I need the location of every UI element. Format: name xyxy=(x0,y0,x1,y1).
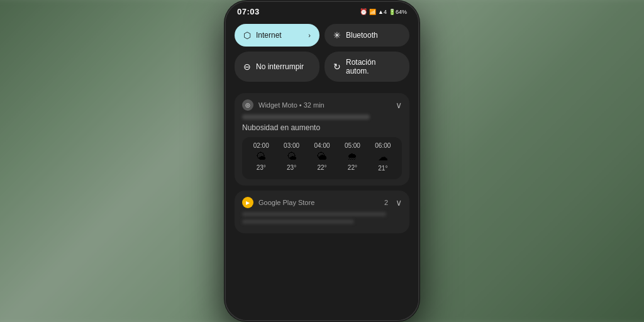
weather-hours-panel: 02:00 🌤 23° 03:00 🌤 23° 04:00 xyxy=(242,137,402,179)
widget-moto-app-icon: ◎ xyxy=(242,99,253,111)
weather-temp-2: 22° xyxy=(317,164,326,171)
weather-cell-4: 06:00 ☁ 21° xyxy=(368,142,398,172)
alarm-icon: ⏰ xyxy=(360,8,367,15)
widget-moto-icon-glyph: ◎ xyxy=(245,102,250,108)
qs-rotation-label: Rotación autom. xyxy=(346,58,401,75)
weather-temp-0: 23° xyxy=(257,164,266,171)
weather-icon-3: 🌧 xyxy=(347,151,357,162)
blurred-location-text xyxy=(242,114,370,119)
notif-card-google-play[interactable]: ▶ Google Play Store 2 ∨ xyxy=(235,191,409,233)
qs-row-2: ⊖ No interrumpir ↻ Rotación autom. xyxy=(235,52,409,82)
phone-screen: 07:03 ⏰ 📶 ▲4 🔋64% ⬡ Internet › ✳ xyxy=(226,2,418,320)
expand-icon[interactable]: ∨ xyxy=(396,100,402,110)
qs-dnd-label: No interrumpir xyxy=(256,62,311,71)
weather-cell-3: 05:00 🌧 22° xyxy=(337,142,367,172)
status-bar: 07:03 ⏰ 📶 ▲4 🔋64% xyxy=(226,2,418,19)
weather-temp-1: 23° xyxy=(287,164,296,171)
bluetooth-icon: ✳ xyxy=(333,30,341,40)
weather-icon-0: 🌤 xyxy=(256,151,266,162)
rotation-icon: ↻ xyxy=(333,62,341,72)
notification-badge: 2 xyxy=(384,199,388,206)
battery-icon: 🔋64% xyxy=(389,9,407,15)
dnd-icon: ⊖ xyxy=(243,62,251,72)
qs-tile-bluetooth[interactable]: ✳ Bluetooth xyxy=(325,24,409,47)
qs-internet-label: Internet xyxy=(256,31,303,40)
phone-frame: 07:03 ⏰ 📶 ▲4 🔋64% ⬡ Internet › ✳ xyxy=(225,1,419,321)
weather-temp-4: 21° xyxy=(378,165,387,172)
google-play-app-icon: ▶ xyxy=(242,197,253,208)
google-play-app-name: Google Play Store xyxy=(258,199,379,206)
qs-tile-dnd[interactable]: ⊖ No interrumpir xyxy=(235,52,319,82)
widget-moto-content: Nubosidad en aumento 02:00 🌤 23° 03:00 🌤 xyxy=(235,114,409,186)
google-play-expand-icon[interactable]: ∨ xyxy=(396,197,402,208)
weather-time-4: 06:00 xyxy=(375,142,391,149)
weather-time-1: 03:00 xyxy=(284,142,299,149)
weather-cell-0: 02:00 🌤 23° xyxy=(246,142,276,172)
google-play-content xyxy=(235,212,409,233)
weather-time-3: 05:00 xyxy=(345,142,360,149)
weather-description: Nubosidad en aumento xyxy=(242,123,402,132)
status-icons: ⏰ 📶 ▲4 🔋64% xyxy=(360,8,407,15)
qs-bluetooth-label: Bluetooth xyxy=(346,31,401,40)
notif-header-google-play: ▶ Google Play Store 2 ∨ xyxy=(235,191,409,212)
gps-blurred-line-1 xyxy=(242,212,386,216)
weather-cell-2: 04:00 🌥 22° xyxy=(307,142,337,172)
widget-moto-app-name: Widget Moto • 32 min xyxy=(258,101,391,109)
notif-header-widget-moto: ◎ Widget Moto • 32 min ∨ xyxy=(235,93,409,114)
qs-tile-rotation[interactable]: ↻ Rotación autom. xyxy=(325,52,409,82)
weather-time-0: 02:00 xyxy=(253,142,269,149)
wifi-icon: ⬡ xyxy=(243,30,251,40)
weather-temp-3: 22° xyxy=(348,164,357,171)
qs-row-1: ⬡ Internet › ✳ Bluetooth xyxy=(235,24,409,47)
notifications-area: ◎ Widget Moto • 32 min ∨ Nubosidad en au… xyxy=(226,88,418,320)
weather-icon-4: ☁ xyxy=(378,151,388,163)
notif-card-widget-moto[interactable]: ◎ Widget Moto • 32 min ∨ Nubosidad en au… xyxy=(235,93,409,186)
weather-times-row: 02:00 🌤 23° 03:00 🌤 23° 04:00 xyxy=(246,142,398,172)
network-icon: ▲4 xyxy=(378,9,387,15)
qs-tile-internet[interactable]: ⬡ Internet › xyxy=(235,24,319,47)
chevron-right-icon: › xyxy=(308,31,311,39)
weather-cell-1: 03:00 🌤 23° xyxy=(276,142,306,172)
gps-blurred-line-2 xyxy=(242,219,354,224)
status-time: 07:03 xyxy=(237,7,260,16)
weather-time-2: 04:00 xyxy=(314,142,330,149)
weather-icon-2: 🌥 xyxy=(317,151,327,162)
weather-icon-1: 🌤 xyxy=(287,151,297,162)
signal-icon: 📶 xyxy=(369,9,376,15)
quick-settings-panel: ⬡ Internet › ✳ Bluetooth ⊖ No interrumpi… xyxy=(226,19,418,88)
